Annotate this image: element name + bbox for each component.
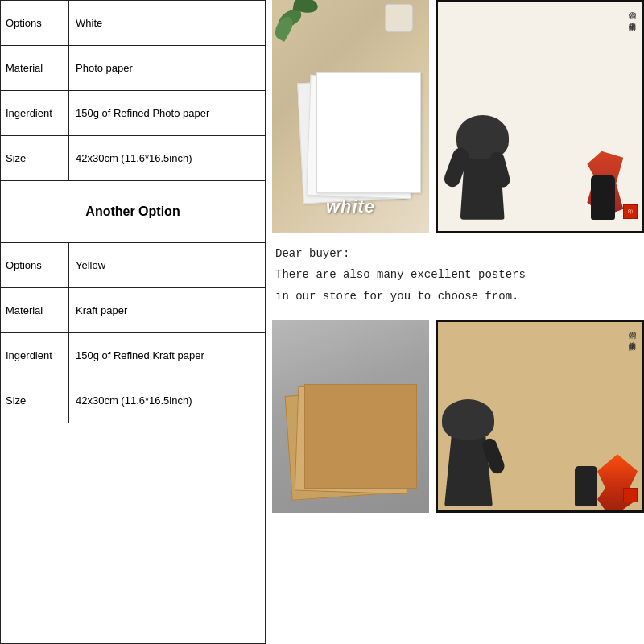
table-row: Size 42x30cm (11.6*16.5inch) bbox=[1, 136, 265, 180]
white-label: white bbox=[326, 196, 375, 217]
bottom-images: 鋼の錬金術師 bbox=[272, 320, 644, 513]
poster-image-1: 鋼の錬金術師 印 bbox=[436, 0, 644, 233]
another-option-label: Another Option bbox=[85, 204, 180, 219]
another-option-section: Another Option bbox=[1, 180, 265, 243]
value-size-2: 42x30cm (11.6*16.5inch) bbox=[69, 378, 265, 423]
chinese-text: 鋼の錬金術師 bbox=[627, 6, 638, 19]
poster-background: 鋼の錬金術師 印 bbox=[438, 2, 642, 231]
kraft-paper-image bbox=[272, 320, 429, 513]
paper-stack bbox=[296, 72, 409, 201]
ink-art bbox=[448, 14, 632, 220]
value-material-2: Kraft paper bbox=[69, 288, 265, 332]
value-size-1: 42x30cm (11.6*16.5inch) bbox=[69, 136, 265, 180]
label-ingerdient-1: Ingerdient bbox=[1, 91, 69, 135]
poster-image-2: 鋼の錬金術師 bbox=[436, 320, 644, 513]
label-material-2: Material bbox=[1, 288, 69, 332]
value-ingerdient-1: 150g of Refined Photo paper bbox=[69, 91, 265, 135]
label-options-1: Options bbox=[1, 1, 69, 45]
cup-decoration bbox=[385, 4, 413, 32]
plant-decoration bbox=[272, 0, 320, 40]
section-1: Options White Material Photo paper Inger… bbox=[1, 1, 265, 180]
white-paper-image: white bbox=[272, 0, 429, 233]
table-row: Options White bbox=[1, 1, 265, 46]
top-images: white 鋼の錬金術師 印 bbox=[272, 0, 644, 233]
table-row: Options Yellow bbox=[1, 243, 265, 288]
table-row: Size 42x30cm (11.6*16.5inch) bbox=[1, 378, 265, 423]
poster2-chinese-text: 鋼の錬金術師 bbox=[627, 326, 638, 339]
poster2-figure-head bbox=[442, 399, 494, 440]
section-2: Options Yellow Material Kraft paper Inge… bbox=[1, 243, 265, 423]
specs-table: Options White Material Photo paper Inger… bbox=[0, 0, 266, 644]
label-material-1: Material bbox=[1, 46, 69, 90]
table-row: Material Kraft paper bbox=[1, 288, 265, 333]
ink-small-figure bbox=[591, 175, 615, 220]
value-options-1: White bbox=[69, 1, 265, 45]
value-options-2: Yellow bbox=[69, 243, 265, 287]
label-ingerdient-2: Ingerdient bbox=[1, 333, 69, 378]
table-row: Ingerdient 150g of Refined Photo paper bbox=[1, 91, 265, 136]
text-line-3: in our store for you to choose from. bbox=[275, 287, 641, 305]
value-material-1: Photo paper bbox=[69, 46, 265, 90]
red-seal-icon: 印 bbox=[623, 204, 638, 219]
text-line-2: There are also many excellent posters bbox=[275, 266, 641, 283]
text-line-1: Dear buyer: bbox=[275, 245, 641, 262]
label-options-2: Options bbox=[1, 243, 69, 287]
poster2-seal-icon bbox=[623, 488, 638, 502]
kraft-sheet bbox=[304, 384, 417, 489]
poster2-background: 鋼の錬金術師 bbox=[438, 322, 642, 510]
right-panel: white 鋼の錬金術師 印 bbox=[266, 0, 644, 644]
buyer-text-area: Dear buyer: There are also many excellen… bbox=[272, 238, 644, 315]
kraft-paper-stack bbox=[284, 384, 413, 497]
poster2-small-figure bbox=[575, 466, 597, 506]
label-size-2: Size bbox=[1, 378, 69, 423]
label-size-1: Size bbox=[1, 136, 69, 180]
table-row: Material Photo paper bbox=[1, 46, 265, 91]
table-row: Ingerdient 150g of Refined Kraft paper bbox=[1, 333, 265, 378]
value-ingerdient-2: 150g of Refined Kraft paper bbox=[69, 333, 265, 378]
paper-sheet bbox=[316, 72, 421, 193]
